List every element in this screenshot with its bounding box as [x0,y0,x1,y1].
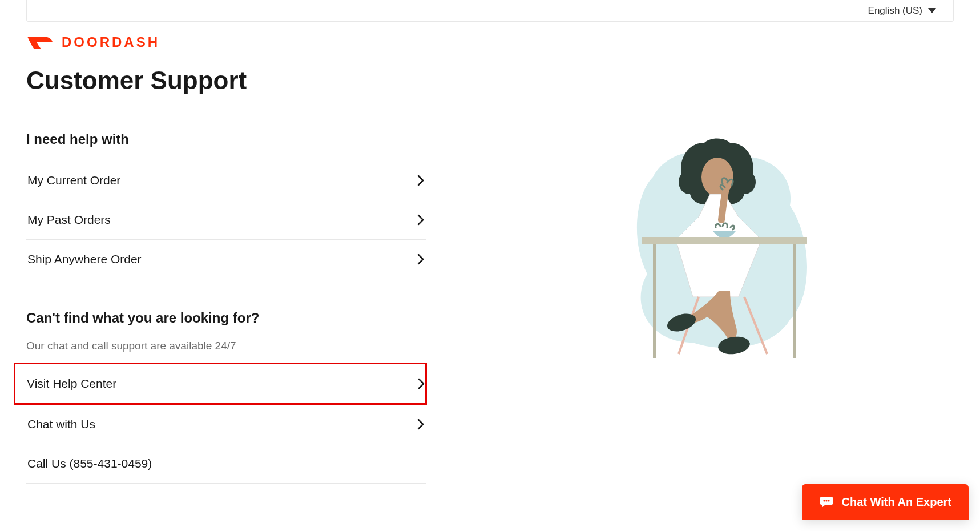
page-title: Customer Support [26,66,426,95]
language-label: English (US) [868,5,922,17]
more-subheading: Our chat and call support are available … [26,340,426,352]
caret-down-icon [928,8,936,13]
chat-button-label: Chat With An Expert [842,496,951,509]
chat-with-expert-button[interactable]: Chat With An Expert [802,484,969,520]
help-list: My Current OrderMy Past OrdersShip Anywh… [26,161,426,279]
chat-bubble-icon [819,494,834,509]
doordash-logo-icon [26,34,54,50]
help-item-label: My Past Orders [27,213,111,227]
help-item-label: My Current Order [27,174,120,187]
illustration-panel [494,34,954,484]
brand-name: DOORDASH [62,34,160,50]
svg-rect-1 [642,237,807,244]
help-item[interactable]: Ship Anywhere Order [26,240,426,279]
more-item[interactable]: Visit Help Center [14,363,427,405]
svg-rect-3 [793,244,796,358]
help-heading: I need help with [26,131,426,147]
svg-point-9 [825,500,827,501]
more-item[interactable]: Call Us (855-431-0459) [26,444,426,484]
help-item[interactable]: My Current Order [26,161,426,200]
chevron-right-icon [417,253,425,266]
svg-point-10 [828,500,829,501]
top-bar: English (US) [26,0,954,22]
more-item-label: Call Us (855-431-0459) [27,457,152,470]
brand-logo[interactable]: DOORDASH [26,34,426,50]
more-heading: Can't find what you are looking for? [26,310,426,326]
help-item[interactable]: My Past Orders [26,200,426,240]
svg-point-8 [823,500,825,501]
language-selector[interactable]: English (US) [868,5,936,17]
svg-rect-2 [653,244,656,358]
more-list: Visit Help CenterChat with UsCall Us (85… [26,363,426,484]
help-item-label: Ship Anywhere Order [27,252,142,266]
chevron-right-icon [417,174,425,187]
person-eating-illustration [624,126,824,365]
chevron-right-icon [417,377,425,390]
chevron-right-icon [417,418,425,431]
chevron-right-icon [417,214,425,226]
more-item-label: Visit Help Center [27,377,116,391]
more-item-label: Chat with Us [27,417,95,431]
more-item[interactable]: Chat with Us [26,405,426,444]
